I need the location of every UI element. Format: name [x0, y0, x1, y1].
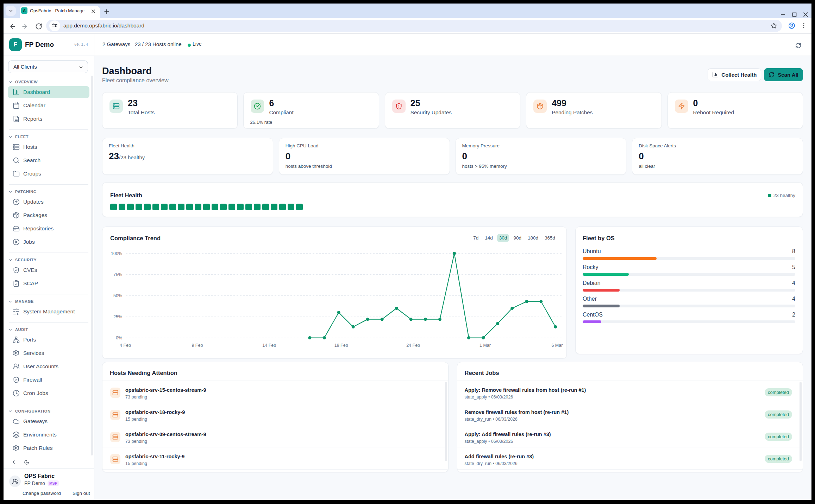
svg-text:6 Mar: 6 Mar [551, 343, 563, 348]
svg-text:100%: 100% [111, 251, 122, 256]
svg-text:4 Feb: 4 Feb [120, 343, 131, 348]
svg-text:50%: 50% [113, 293, 122, 298]
svg-text:75%: 75% [113, 272, 122, 277]
svg-text:25%: 25% [113, 314, 122, 319]
svg-text:14 Feb: 14 Feb [262, 343, 276, 348]
svg-text:19 Feb: 19 Feb [334, 343, 348, 348]
svg-text:24 Feb: 24 Feb [406, 343, 420, 348]
svg-text:1 Mar: 1 Mar [479, 343, 491, 348]
svg-text:0%: 0% [116, 336, 122, 340]
svg-text:9 Feb: 9 Feb [192, 343, 203, 348]
